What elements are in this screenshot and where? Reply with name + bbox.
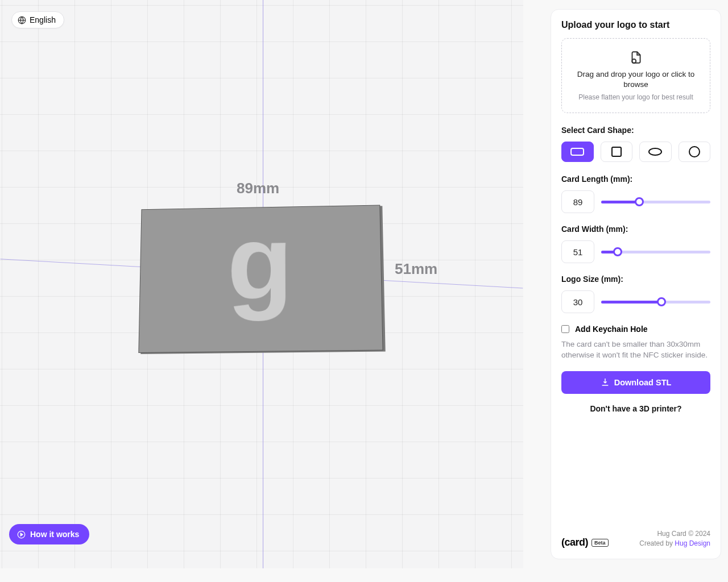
logo-size-label: Logo Size (mm): (561, 275, 710, 284)
play-icon (17, 530, 26, 539)
shape-ellipse[interactable] (639, 142, 672, 162)
dropzone-subtext: Please flatten your logo for best result (570, 93, 702, 101)
brand-logo[interactable]: (card) Beta (561, 537, 609, 548)
logo-size-input[interactable] (561, 290, 594, 313)
logo-glyph: g (227, 230, 293, 294)
no-printer-link[interactable]: Don't have a 3D printer? (561, 404, 710, 413)
keychain-checkbox[interactable] (561, 325, 569, 333)
circle-icon (689, 146, 700, 157)
hug-design-link[interactable]: Hug Design (675, 539, 710, 547)
language-button[interactable]: English (11, 11, 64, 28)
rectangle-icon (570, 148, 584, 156)
card-preview[interactable]: g (138, 205, 383, 353)
config-sidebar: Upload your logo to start Drag and drop … (551, 9, 721, 559)
shape-label: Select Card Shape: (561, 126, 710, 135)
file-upload-icon (570, 50, 702, 65)
length-slider[interactable] (601, 195, 710, 209)
length-input[interactable] (561, 190, 594, 213)
shape-square[interactable] (601, 142, 633, 162)
beta-badge: Beta (592, 539, 609, 547)
dimension-width: 51mm (395, 260, 437, 278)
globe-icon (18, 16, 26, 24)
how-it-works-label: How it works (30, 530, 79, 539)
keychain-label[interactable]: Add Keychain Hole (575, 325, 648, 334)
logo-size-slider[interactable] (601, 295, 710, 309)
download-label: Download STL (614, 378, 672, 387)
square-icon (611, 147, 622, 157)
download-stl-button[interactable]: Download STL (561, 371, 710, 394)
length-label: Card Length (mm): (561, 174, 710, 184)
preview-canvas[interactable]: g 89mm 51mm English How it works (0, 0, 523, 568)
language-label: English (30, 15, 56, 24)
how-it-works-button[interactable]: How it works (9, 524, 89, 544)
footer-text: Hug Card © 2024 Created by Hug Design (639, 529, 710, 548)
dropzone-text: Drag and drop your logo or click to brow… (570, 69, 702, 90)
ellipse-icon (648, 148, 662, 156)
width-slider[interactable] (601, 245, 710, 259)
size-note: The card can't be smaller than 30x30mm o… (561, 339, 710, 361)
shape-circle[interactable] (679, 142, 711, 162)
download-icon (601, 377, 610, 388)
slider-thumb[interactable] (657, 297, 666, 306)
upload-dropzone[interactable]: Drag and drop your logo or click to brow… (561, 38, 710, 113)
width-input[interactable] (561, 240, 594, 263)
sidebar-title: Upload your logo to start (561, 20, 710, 30)
width-label: Card Width (mm): (561, 225, 710, 234)
shape-rectangle[interactable] (561, 142, 594, 162)
dimension-length: 89mm (237, 180, 279, 197)
slider-thumb[interactable] (635, 197, 644, 206)
slider-thumb[interactable] (613, 247, 622, 256)
